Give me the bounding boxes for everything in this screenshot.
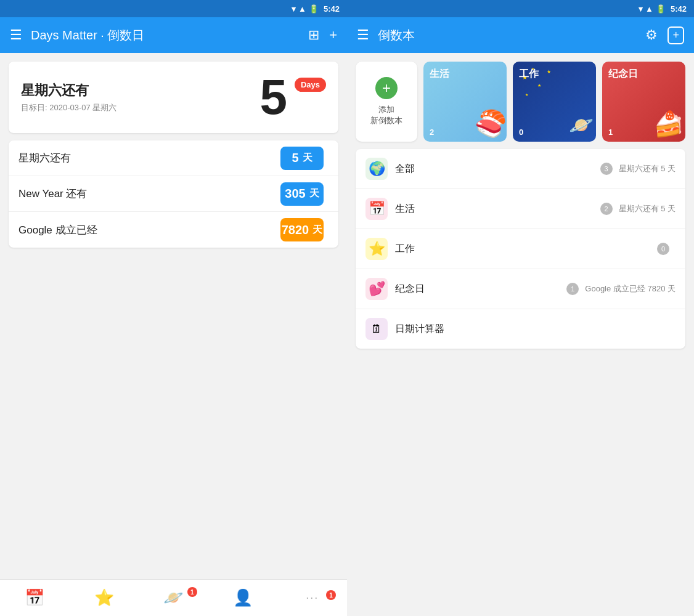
days-badge: Days	[295, 78, 326, 92]
battery-icon: 🔋	[309, 4, 319, 14]
signal-wifi-icon: ▾	[292, 4, 296, 14]
all-icon: 🌍	[365, 158, 388, 180]
right-app-title: 倒数本	[378, 27, 635, 44]
nav-planet-left[interactable]: 🪐 1	[139, 588, 208, 607]
settings-button[interactable]: ⚙	[645, 27, 658, 43]
list-item-life[interactable]: 📅 生活 2 星期六还有 5 天	[356, 189, 685, 229]
work-cat-name: 工作	[519, 68, 539, 81]
right-status-time: 5:42	[671, 4, 687, 14]
list-item-saturday[interactable]: 星期六还有 5 天	[9, 140, 338, 176]
left-menu-icon[interactable]: ☰	[10, 27, 22, 43]
list-item-calculator[interactable]: 🗓 日期计算器	[356, 309, 685, 349]
life-item-detail: 星期六还有 5 天	[619, 203, 676, 214]
right-app-panel: ▾ ▲ 🔋 5:42 ☰ 倒数本 ⚙ + + 添加新倒数本 生活 🍣 2 ★ ★…	[347, 0, 694, 616]
right-battery-icon: 🔋	[656, 4, 666, 14]
grid-view-button[interactable]: ⊞	[308, 27, 319, 43]
life-category-card[interactable]: 生活 🍣 2	[423, 62, 507, 142]
list-item-google[interactable]: Google 成立已经 7820 天	[9, 212, 338, 248]
left-app-title: Days Matter · 倒数日	[31, 27, 298, 44]
planet-badge-left: 1	[187, 587, 197, 597]
work-item-name: 工作	[395, 243, 653, 256]
nav-calendar-left[interactable]: 📅	[0, 588, 70, 607]
planet-emoji: 🪐	[569, 113, 594, 137]
hero-title: 星期六还有	[21, 81, 259, 100]
right-top-bar: ☰ 倒数本 ⚙ +	[347, 17, 694, 53]
all-item-name: 全部	[395, 163, 597, 176]
count-badge-newyear: 305 天	[280, 182, 324, 206]
count-value-saturday: 5	[292, 151, 298, 165]
profile-icon-left: 👤	[233, 588, 253, 607]
hero-subtitle: 目标日: 2020-03-07 星期六	[21, 102, 259, 113]
star-icon-left: ⭐	[94, 588, 114, 607]
right-signal-wifi-icon: ▾	[639, 4, 643, 14]
hero-card: 星期六还有 目标日: 2020-03-07 星期六 5 Days	[9, 62, 338, 133]
item-label-saturday: 星期六还有	[18, 151, 280, 165]
add-notebook-card[interactable]: + 添加新倒数本	[356, 62, 417, 142]
add-circle-icon: +	[375, 77, 398, 99]
all-item-detail: 星期六还有 5 天	[619, 163, 676, 174]
count-badge-google: 7820 天	[280, 218, 324, 241]
life-cat-count: 2	[430, 128, 434, 137]
left-status-time: 5:42	[324, 4, 340, 14]
unit-google: 天	[312, 224, 322, 237]
category-row: + 添加新倒数本 生活 🍣 2 ★ ★ ★ ★ ★ 工作 🪐 0 纪念日 🍰	[356, 62, 685, 142]
left-status-bar: ▾ ▲ 🔋 5:42	[0, 0, 347, 17]
work-icon: ⭐	[365, 238, 388, 260]
add-event-button[interactable]: +	[329, 27, 337, 43]
list-item-anniversary[interactable]: 💕 纪念日 1 Google 成立已经 7820 天	[356, 269, 685, 309]
add-label: 添加新倒数本	[370, 104, 402, 126]
unit-saturday: 天	[303, 152, 312, 164]
list-item-newyear[interactable]: New Year 还有 305 天	[9, 176, 338, 212]
nav-profile-left[interactable]: 👤	[208, 588, 278, 607]
life-item-count: 2	[600, 203, 613, 215]
anniversary-icon: 💕	[365, 278, 388, 300]
countdown-list: 星期六还有 5 天 New Year 还有 305 天 Google 成立已经 …	[9, 140, 338, 248]
calendar-icon-left: 📅	[25, 588, 44, 607]
work-category-card[interactable]: ★ ★ ★ ★ ★ 工作 🪐 0	[513, 62, 596, 142]
anniversary-cat-count: 1	[608, 128, 613, 137]
item-label-newyear: New Year 还有	[18, 187, 280, 201]
anniversary-item-name: 纪念日	[395, 283, 563, 296]
life-cat-name: 生活	[430, 68, 449, 81]
life-item-name: 生活	[395, 203, 597, 216]
nav-star-left[interactable]: ⭐	[70, 588, 139, 607]
anniversary-category-card[interactable]: 纪念日 🍰 1	[602, 62, 685, 142]
calculator-item-name: 日期计算器	[395, 323, 676, 336]
hero-number: 5	[259, 73, 287, 122]
life-icon: 📅	[365, 198, 388, 220]
anniversary-cat-name: 纪念日	[608, 68, 638, 81]
work-item-count: 0	[657, 243, 669, 255]
right-signal-cell-icon: ▲	[645, 4, 653, 14]
right-add-button[interactable]: +	[667, 26, 684, 44]
signal-cell-icon: ▲	[298, 4, 306, 14]
right-category-list: 🌍 全部 3 星期六还有 5 天 📅 生活 2 星期六还有 5 天 ⭐ 工作 0…	[356, 149, 685, 349]
count-badge-saturday: 5 天	[280, 147, 324, 170]
item-label-google: Google 成立已经	[18, 223, 280, 237]
unit-newyear: 天	[309, 187, 319, 200]
more-badge-left: 1	[326, 590, 336, 600]
sushi-emoji: 🍣	[475, 108, 507, 139]
list-item-work[interactable]: ⭐ 工作 0	[356, 229, 685, 269]
planet-icon-left: 🪐	[163, 588, 183, 607]
anniversary-item-detail: Google 成立已经 7820 天	[585, 283, 676, 294]
calculator-icon: 🗓	[365, 318, 388, 340]
count-value-google: 7820	[282, 223, 309, 237]
count-value-newyear: 305	[285, 187, 305, 201]
right-menu-icon[interactable]: ☰	[357, 27, 369, 43]
left-app-panel: ▾ ▲ 🔋 5:42 ☰ Days Matter · 倒数日 ⊞ + 星期六还有…	[0, 0, 347, 616]
cake-emoji: 🍰	[653, 110, 684, 139]
anniversary-item-count: 1	[566, 283, 579, 295]
left-top-bar: ☰ Days Matter · 倒数日 ⊞ +	[0, 17, 347, 53]
left-bottom-nav: 📅 ⭐ 🪐 1 👤 ··· 1	[0, 579, 347, 616]
more-icon-left: ···	[306, 591, 319, 604]
hero-text-block: 星期六还有 目标日: 2020-03-07 星期六	[21, 81, 259, 113]
list-item-all[interactable]: 🌍 全部 3 星期六还有 5 天	[356, 149, 685, 189]
all-item-count: 3	[600, 163, 613, 175]
nav-more-left[interactable]: ··· 1	[277, 591, 347, 604]
work-cat-count: 0	[519, 128, 523, 137]
right-status-bar: ▾ ▲ 🔋 5:42	[347, 0, 694, 17]
